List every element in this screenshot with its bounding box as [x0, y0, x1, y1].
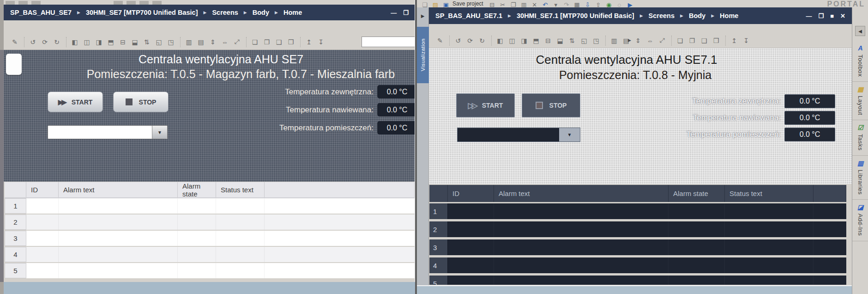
- align-left-icon[interactable]: ◧: [494, 35, 506, 46]
- breadcrumb-item[interactable]: Body: [689, 12, 705, 19]
- tab-layout[interactable]: ▦ Layout: [852, 82, 868, 120]
- collapse-panel-button[interactable]: ◀: [855, 26, 865, 36]
- fit-screen-icon[interactable]: ◳: [591, 35, 602, 46]
- go-offline-icon[interactable]: ◌: [615, 0, 625, 7]
- close-button[interactable]: ✕: [840, 12, 845, 19]
- send-back-icon[interactable]: ❒: [285, 37, 296, 48]
- table-row[interactable]: 5: [5, 263, 415, 278]
- align-top-icon[interactable]: ⬒: [105, 37, 116, 48]
- temperature-value-field[interactable]: 0.0 °C: [377, 121, 415, 135]
- center-vertical-icon[interactable]: ⇅: [141, 37, 152, 48]
- center-horizontal-icon[interactable]: ◱: [153, 37, 164, 48]
- column-header-rownum[interactable]: [429, 185, 448, 202]
- distribute-v-icon[interactable]: ▤: [195, 37, 206, 48]
- redo-icon[interactable]: ↷: [561, 0, 572, 7]
- breadcrumb-item[interactable]: 30HMI_SE7 [MTP700 Unified Basic]: [86, 9, 198, 16]
- column-header-status-text[interactable]: Status text: [216, 182, 265, 197]
- hmi-canvas-left[interactable]: Centrala wentylacyjna AHU SE7 Pomieszcze…: [4, 50, 415, 182]
- same-width-icon[interactable]: ⇔: [645, 35, 656, 46]
- chevron-down-icon[interactable]: ▼: [559, 128, 580, 141]
- upload-from-device-icon[interactable]: ⇧: [593, 0, 603, 7]
- toolbar-overflow-arrow[interactable]: ▶: [628, 38, 631, 43]
- copy-icon[interactable]: ❐: [508, 0, 518, 7]
- send-backward-icon[interactable]: ❐: [261, 37, 272, 48]
- temperature-value-field[interactable]: 0.0 °C: [784, 128, 835, 141]
- compile-icon[interactable]: ▦: [572, 0, 582, 7]
- center-horizontal-icon[interactable]: ◱: [579, 35, 590, 46]
- table-row[interactable]: 1: [5, 198, 415, 214]
- column-header-alarm-state[interactable]: Alarm state: [178, 182, 216, 197]
- start-button[interactable]: ▷▷ START: [456, 93, 515, 117]
- minimize-button[interactable]: —: [391, 9, 397, 16]
- bring-forward-icon[interactable]: ❏: [675, 35, 686, 46]
- align-middle-icon[interactable]: ⊟: [117, 37, 128, 48]
- send-backward-icon[interactable]: ❐: [687, 35, 698, 46]
- layer-down-icon[interactable]: ↧: [741, 35, 752, 46]
- same-size-icon[interactable]: ⤢: [657, 35, 668, 46]
- column-header-status-text[interactable]: Status text: [725, 185, 814, 202]
- format-paint-icon[interactable]: ✎: [9, 37, 20, 48]
- print-icon[interactable]: ⊟: [487, 0, 497, 7]
- tab-tasks[interactable]: ☑ Tasks: [852, 120, 868, 156]
- rotate-left-icon[interactable]: ↺: [27, 37, 38, 48]
- format-paint-icon[interactable]: ✎: [434, 35, 446, 46]
- column-header-alarm-text[interactable]: Alarm text: [59, 182, 178, 197]
- breadcrumb-item[interactable]: Home: [283, 9, 302, 16]
- column-header-id[interactable]: ID: [448, 185, 494, 202]
- save-icon[interactable]: ▣: [441, 0, 451, 7]
- hmi-canvas-right[interactable]: Centrala wentylacyjna AHU SE7.1 Pomieszc…: [429, 48, 852, 184]
- toolbar-text-field[interactable]: [362, 37, 417, 47]
- table-row[interactable]: 5: [429, 276, 846, 285]
- undo-dropdown-icon[interactable]: ▾: [551, 0, 561, 7]
- new-project-icon[interactable]: ❏: [420, 0, 430, 7]
- rotate-icon[interactable]: ⟳: [39, 37, 50, 48]
- same-size-icon[interactable]: ⤢: [231, 37, 242, 48]
- same-height-icon[interactable]: ⇕: [207, 37, 218, 48]
- alarm-table[interactable]: ID Alarm text Alarm state Status text 1: [429, 185, 846, 285]
- temperature-value-field[interactable]: 0.0 °C: [784, 94, 835, 108]
- align-center-h-icon[interactable]: ◫: [81, 37, 92, 48]
- temperature-value-field[interactable]: 0.0 °C: [377, 85, 415, 98]
- bring-front-icon[interactable]: ❑: [273, 37, 284, 48]
- paste-icon[interactable]: ▥: [519, 0, 529, 7]
- bring-front-icon[interactable]: ❑: [699, 35, 710, 46]
- bring-forward-icon[interactable]: ❏: [249, 37, 260, 48]
- align-left-icon[interactable]: ◧: [69, 37, 80, 48]
- temperature-value-field[interactable]: 0.0 °C: [377, 103, 415, 116]
- temperature-value-field[interactable]: 0.0 °C: [784, 111, 835, 125]
- column-header-id[interactable]: ID: [26, 182, 59, 197]
- rotate-left-icon[interactable]: ↺: [452, 35, 464, 46]
- layer-up-icon[interactable]: ↥: [729, 35, 740, 46]
- tab-libraries[interactable]: ▥ Libraries: [852, 156, 868, 200]
- table-row[interactable]: 3: [5, 231, 415, 246]
- table-row[interactable]: 2: [5, 214, 415, 230]
- save-project-label[interactable]: Save project: [452, 0, 483, 7]
- rotate-icon[interactable]: ⟳: [464, 35, 476, 46]
- column-header-rownum[interactable]: [5, 182, 26, 197]
- fit-screen-icon[interactable]: ◳: [165, 37, 176, 48]
- open-project-icon[interactable]: ▨: [430, 0, 440, 7]
- portal-view-label[interactable]: PORTAL: [827, 0, 865, 7]
- rotate-right-icon[interactable]: ↻: [51, 37, 62, 48]
- distribute-h-icon[interactable]: ▥: [609, 35, 620, 46]
- rotate-right-icon[interactable]: ↻: [476, 35, 488, 46]
- alarm-table[interactable]: ID Alarm text Alarm state Status text 1: [5, 182, 415, 281]
- visualization-tab[interactable]: Visualization: [417, 27, 429, 83]
- expand-panel-button[interactable]: ▶: [417, 7, 429, 24]
- center-vertical-icon[interactable]: ⇅: [567, 35, 578, 46]
- align-middle-icon[interactable]: ⊟: [542, 35, 554, 46]
- undo-icon[interactable]: ↶: [540, 0, 550, 7]
- maximize-button[interactable]: ■: [830, 12, 834, 19]
- table-row[interactable]: 1: [429, 203, 846, 219]
- align-center-h-icon[interactable]: ◫: [506, 35, 518, 46]
- table-row[interactable]: 2: [429, 221, 846, 237]
- breadcrumb-item[interactable]: Screens: [212, 9, 238, 16]
- column-header-alarm-text[interactable]: Alarm text: [494, 185, 669, 202]
- delete-icon[interactable]: ✕: [530, 0, 540, 7]
- same-width-icon[interactable]: ⇔: [219, 37, 230, 48]
- breadcrumb-item[interactable]: SP_BAS_AHU_SE7.1: [435, 12, 502, 19]
- breadcrumb-item[interactable]: Home: [720, 12, 738, 19]
- start-runtime-icon[interactable]: ▶: [625, 0, 635, 7]
- send-back-icon[interactable]: ❒: [711, 35, 722, 46]
- table-row[interactable]: 4: [429, 257, 846, 273]
